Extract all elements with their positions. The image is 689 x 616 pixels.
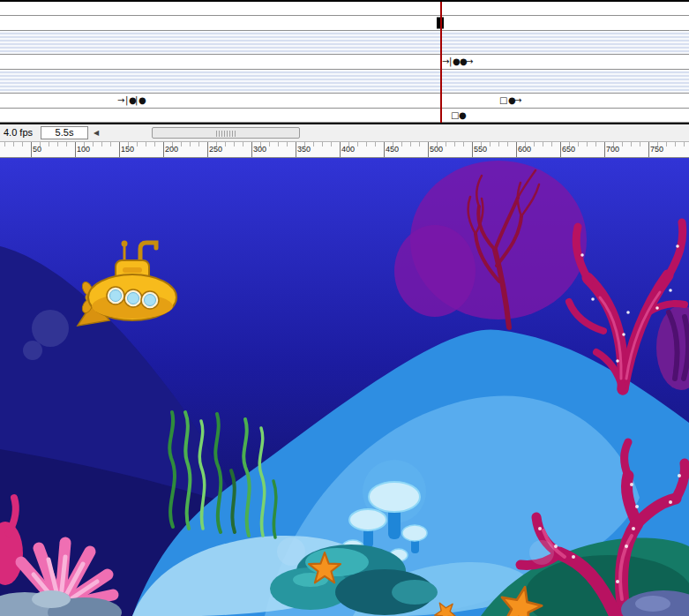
fps-display: 4.0 fps (4, 127, 33, 138)
keyframe-marker[interactable]: → (466, 57, 473, 66)
ruler-tick: 100 (75, 142, 76, 157)
scroll-left-arrow-icon[interactable]: ◀ (94, 129, 99, 137)
keyframe-marker[interactable]: ● (459, 111, 467, 120)
timeline-track-5[interactable] (0, 70, 689, 94)
scrollbar-grip-icon (216, 131, 236, 137)
ruler-tick: 300 (251, 142, 252, 157)
ruler-tick: 350 (296, 142, 296, 157)
time-display[interactable]: 5.5s (41, 126, 88, 139)
timeline-track-3[interactable] (0, 31, 689, 55)
keyframe-marker[interactable]: | (449, 57, 452, 66)
timeline-statusbar: 4.0 fps 5.5s ◀ (0, 124, 689, 142)
ruler[interactable]: 5010015020025030035040045050055060065070… (0, 142, 689, 158)
playhead[interactable] (440, 2, 442, 123)
keyframe-marker[interactable]: | (125, 96, 128, 105)
ruler-tick: 150 (119, 142, 120, 157)
keyframe-marker[interactable]: → (117, 96, 124, 105)
ruler-tick: 400 (340, 142, 341, 157)
timeline-panel: →|●●→ →|●|●□●→ □● (0, 0, 689, 124)
ruler-tick: 200 (163, 142, 164, 157)
ruler-tick: 250 (207, 142, 208, 157)
ruler-tick: 50 (31, 142, 32, 157)
timeline-track-2[interactable] (0, 16, 689, 31)
keyframe-marker[interactable]: → (514, 96, 521, 105)
ruler-tick: 450 (384, 142, 385, 157)
stage (0, 158, 689, 616)
keyframe-marker[interactable]: | (135, 96, 138, 105)
underwater-scene (0, 158, 689, 616)
ruler-tick: 550 (472, 142, 473, 157)
keyframe-marker[interactable]: ● (139, 96, 146, 105)
timeline-track-4[interactable]: →|●●→ (0, 55, 689, 70)
scrollbar-thumb[interactable] (152, 127, 300, 139)
ruler-tick: 500 (428, 142, 429, 157)
keyframe-marker[interactable]: □ (499, 96, 507, 105)
timeline-track-1[interactable] (0, 2, 689, 16)
timeline-scrollbar[interactable] (104, 126, 687, 140)
timeline-track-6[interactable]: →|●|●□●→ (0, 94, 689, 109)
ruler-tick: 650 (560, 142, 561, 157)
ruler-tick: 750 (648, 142, 649, 157)
timeline-track-7[interactable]: □● (0, 109, 689, 123)
ruler-tick: 600 (516, 142, 517, 157)
ruler-tick: 700 (604, 142, 605, 157)
